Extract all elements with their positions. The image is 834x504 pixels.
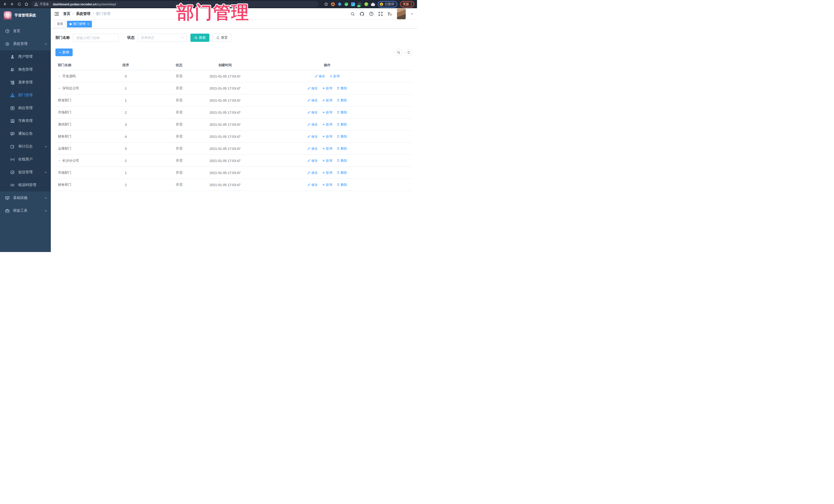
extension-icon-2[interactable]	[338, 2, 342, 6]
table-row[interactable]: 市场部门 1 开启 2021-01-05 17:03:47 修改 新增 删除	[56, 167, 413, 179]
back-icon[interactable]	[3, 2, 7, 6]
breadcrumb-home[interactable]: 首页	[63, 12, 70, 16]
extension-puzzle-icon[interactable]	[371, 2, 375, 6]
edit-link[interactable]: 修改	[307, 134, 318, 139]
add-child-link[interactable]: 新增	[322, 98, 332, 103]
edit-link[interactable]: 修改	[315, 74, 325, 79]
edit-link[interactable]: 修改	[307, 98, 318, 103]
table-row[interactable]: 测试部门 3 开启 2021-01-05 17:03:47 修改 新增 删除	[56, 118, 413, 131]
add-child-link[interactable]: 新增	[322, 171, 332, 175]
tab-home[interactable]: 首页	[54, 21, 66, 27]
add-child-link[interactable]: 新增	[329, 74, 340, 79]
add-child-link[interactable]: 新增	[322, 147, 332, 151]
delete-link[interactable]: 删除	[337, 86, 347, 91]
forward-icon[interactable]	[10, 2, 14, 6]
delete-link[interactable]: 删除	[337, 147, 347, 151]
delete-link[interactable]: 删除	[337, 110, 347, 115]
refresh-button[interactable]	[405, 48, 413, 56]
extension-icon-1[interactable]	[331, 2, 335, 6]
security-label[interactable]: 不安全	[40, 2, 49, 6]
sidebar-item-home[interactable]: 首页	[0, 25, 51, 38]
add-child-link[interactable]: 新增	[322, 110, 332, 115]
edit-link[interactable]: 修改	[307, 123, 318, 127]
add-button[interactable]: + 新增	[56, 48, 73, 56]
add-child-link[interactable]: 新增	[322, 86, 332, 91]
extension-icon-6[interactable]	[365, 2, 368, 6]
sidebar-item-menus[interactable]: 菜单管理	[0, 76, 51, 89]
extension-icon-3[interactable]	[344, 2, 348, 6]
edit-link[interactable]: 修改	[307, 183, 318, 187]
help-icon[interactable]	[369, 12, 374, 17]
bookmark-star-icon[interactable]	[324, 2, 328, 6]
table-row[interactable]: 财务部门 4 开启 2021-01-05 17:03:47 修改 新增 删除	[56, 131, 413, 143]
expand-caret-icon[interactable]	[58, 87, 61, 90]
tab-dept-management[interactable]: 部门管理 ×	[67, 21, 92, 27]
tags-view: 首页 部门管理 ×	[51, 20, 417, 28]
app-logo-row[interactable]: 芋道管理系统	[0, 8, 51, 23]
add-child-link[interactable]: 新增	[322, 134, 332, 139]
edit-link[interactable]: 修改	[307, 147, 318, 151]
add-child-link[interactable]: 新增	[322, 123, 332, 127]
expand-caret-icon[interactable]	[58, 75, 61, 78]
fullscreen-icon[interactable]	[378, 12, 383, 17]
delete-link[interactable]: 删除	[337, 123, 347, 127]
delete-link[interactable]: 删除	[337, 183, 347, 187]
font-size-icon[interactable]: TT	[387, 12, 392, 17]
sidebar-item-online-users[interactable]: 在线用户	[0, 153, 51, 166]
sidebar-item-dev-tools[interactable]: 研发工具	[0, 204, 51, 217]
search-button[interactable]: 搜索	[191, 34, 210, 42]
table-row[interactable]: 深圳总公司 1 开启 2021-01-05 17:03:47 修改 新增 删除	[56, 82, 413, 94]
caret-down-icon[interactable]	[411, 13, 413, 15]
dept-name-input[interactable]	[73, 34, 118, 42]
delete-link[interactable]: 删除	[337, 171, 347, 175]
sidebar-item-users[interactable]: 用户管理	[0, 50, 51, 63]
add-child-link[interactable]: 新增	[322, 159, 332, 163]
table-row[interactable]: 财务部门 2 开启 2021-01-05 17:03:47 修改 新增 删除	[56, 179, 413, 191]
sidebar-item-sms[interactable]: 短信管理	[0, 166, 51, 179]
show-search-toggle-button[interactable]	[395, 48, 402, 56]
user-avatar[interactable]	[397, 8, 406, 19]
sidebar-item-label: 首页	[13, 29, 20, 34]
sidebar-item-system[interactable]: 系统管理	[0, 38, 51, 50]
breadcrumb-system[interactable]: 系统管理	[76, 12, 90, 16]
url-path[interactable]: /system/dept	[96, 3, 116, 6]
home-icon[interactable]	[24, 2, 29, 6]
url-bar[interactable]: 不安全 dashboard.yudao.iocoder.cn/system/de…	[31, 1, 319, 7]
extension-icon-5[interactable]: on	[358, 2, 361, 6]
reset-button[interactable]: 重置	[213, 34, 232, 42]
delete-link[interactable]: 删除	[337, 134, 347, 139]
sidebar-item-error-codes[interactable]: 错误码管理	[0, 179, 51, 192]
table-row[interactable]: 市场部门 2 开启 2021-01-05 17:03:47 修改 新增 删除	[56, 107, 413, 118]
chrome-update-button[interactable]: 更新	[400, 1, 414, 7]
expand-caret-icon[interactable]	[58, 159, 61, 162]
table-row[interactable]: 研发部门 1 开启 2021-01-05 17:03:47 修改 新增 删除	[56, 94, 413, 107]
status-select[interactable]: 菜单状态	[137, 34, 187, 42]
table-row[interactable]: 长沙分公司 2 开启 2021-01-05 17:03:47 修改 新增 删除	[56, 155, 413, 167]
delete-link[interactable]: 删除	[337, 98, 347, 103]
close-icon[interactable]: ×	[87, 22, 89, 26]
reload-icon[interactable]	[17, 2, 22, 6]
profile-paused-pill[interactable]: 已暂停	[378, 1, 397, 7]
edit-link[interactable]: 修改	[307, 86, 318, 91]
extension-icon-4[interactable]	[351, 2, 355, 6]
hamburger-icon[interactable]	[54, 12, 59, 16]
sidebar-item-announcements[interactable]: 通知公告	[0, 127, 51, 140]
sidebar-item-infrastructure[interactable]: 基础设施	[0, 192, 51, 204]
url-host[interactable]: dashboard.yudao.iocoder.cn	[53, 3, 96, 6]
github-icon[interactable]	[359, 12, 365, 17]
infra-icon	[5, 196, 9, 200]
sidebar-item-posts[interactable]: 岗位管理	[0, 102, 51, 114]
sidebar-item-roles[interactable]: 角色管理	[0, 63, 51, 76]
sidebar-item-depts[interactable]: 部门管理	[0, 89, 51, 102]
table-row[interactable]: 芋道源码 0 开启 2021-01-05 17:03:47 修改 新增	[56, 70, 413, 82]
kebab-menu-icon[interactable]	[411, 3, 412, 6]
sidebar-item-audit-log[interactable]: 审计日志	[0, 140, 51, 153]
table-row[interactable]: 运维部门 5 开启 2021-01-05 17:03:47 修改 新增 删除	[56, 143, 413, 155]
edit-link[interactable]: 修改	[307, 171, 318, 175]
search-icon[interactable]	[350, 12, 355, 17]
sidebar-item-dict[interactable]: 字典管理	[0, 114, 51, 127]
edit-link[interactable]: 修改	[307, 110, 318, 115]
add-child-link[interactable]: 新增	[322, 183, 332, 187]
edit-link[interactable]: 修改	[307, 159, 318, 163]
delete-link[interactable]: 删除	[337, 159, 347, 163]
